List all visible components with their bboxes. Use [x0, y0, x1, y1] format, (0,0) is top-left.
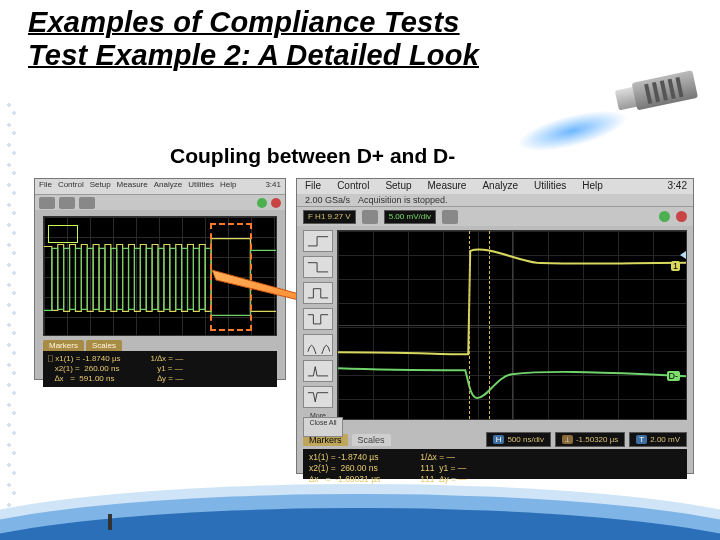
marker-x2[interactable]	[489, 231, 490, 419]
clock: 3:42	[668, 180, 687, 191]
menubar[interactable]: File Control Setup Measure Analyze Utili…	[35, 179, 285, 194]
channel-tag-dplus: 1	[671, 261, 680, 271]
palette-shape-icon[interactable]	[303, 386, 333, 408]
palette-shape-icon[interactable]	[303, 230, 333, 252]
cursor-indicator[interactable]: ⟂-1.50320 µs	[555, 432, 625, 447]
marker-x1[interactable]	[469, 231, 470, 419]
title-line-1: Examples of Compliance Tests	[28, 6, 688, 39]
toolbar-button[interactable]	[39, 197, 55, 209]
trigger-level-icon[interactable]	[680, 251, 686, 259]
close-all-button[interactable]: Close All	[303, 417, 343, 437]
slide-subtitle: Coupling between D+ and D-	[170, 144, 455, 168]
hdiv-indicator[interactable]: H500 ns/div	[486, 432, 551, 447]
waveform-plot-small[interactable]	[43, 216, 277, 336]
trigger-indicator[interactable]: T2.00 mV	[629, 432, 687, 447]
waveform-plot-large[interactable]: 1 D-	[337, 230, 687, 420]
slide-title: Examples of Compliance Tests Test Exampl…	[28, 6, 688, 72]
stop-led-icon	[676, 211, 687, 222]
info-box	[48, 225, 78, 243]
oscilloscope-zoomed: File Control Setup Measure Analyze Utili…	[296, 178, 694, 474]
menu-item[interactable]: Control	[58, 180, 84, 193]
readout-col-2: 1/∆x = — y1 = — ∆y = —	[151, 354, 184, 384]
palette-shape-icon[interactable]	[303, 334, 333, 356]
channel-tag-dminus: D-	[667, 371, 681, 381]
menu-item[interactable]: Utilities	[188, 180, 214, 193]
run-led-icon	[659, 211, 670, 222]
menu-item[interactable]: Setup	[385, 180, 411, 193]
menu-item[interactable]: Analyze	[482, 180, 518, 193]
marker-readout: ⎕ x1(1) = -1.8740 µs x2(1) = 260.00 ns ∆…	[43, 351, 277, 387]
slide: Examples of Compliance Tests Test Exampl…	[0, 0, 720, 540]
acquisition-status: Acquisition is stopped. 2.00 GSa/s	[297, 194, 693, 206]
toolbar-button[interactable]	[362, 210, 378, 224]
menubar[interactable]: File Control Setup Measure Analyze Utili…	[297, 179, 693, 194]
sample-rate: 2.00 GSa/s	[305, 195, 350, 205]
vdiv-field[interactable]: 5.00 mV/div	[384, 210, 436, 224]
toolbar-button[interactable]	[442, 210, 458, 224]
menu-item[interactable]: Setup	[90, 180, 111, 193]
toolbar	[35, 194, 285, 210]
menu-item[interactable]: Measure	[117, 180, 148, 193]
bottom-bar: Markers Scales H500 ns/div ⟂-1.50320 µs …	[303, 432, 687, 447]
palette-shape-icon[interactable]	[303, 282, 333, 304]
palette-shape-icon[interactable]	[303, 360, 333, 382]
channel-field[interactable]: F H1 9.27 V	[303, 210, 356, 224]
palette-shape-icon[interactable]	[303, 256, 333, 278]
menu-item[interactable]: Utilities	[534, 180, 566, 193]
menu-item[interactable]: Measure	[428, 180, 467, 193]
run-led-icon	[257, 198, 267, 208]
menu-item[interactable]: Help	[582, 180, 603, 193]
toolbar: F H1 9.27 V 5.00 mV/div	[297, 206, 693, 226]
title-line-2: Test Example 2: A Detailed Look	[28, 39, 688, 72]
menu-item[interactable]: File	[39, 180, 52, 193]
oscilloscope-thumbnail: File Control Setup Measure Analyze Utili…	[34, 178, 286, 380]
menu-item[interactable]: Analyze	[154, 180, 182, 193]
tab-scales[interactable]: Scales	[352, 434, 391, 446]
menu-item[interactable]: File	[305, 180, 321, 193]
waveform-svg	[338, 231, 686, 420]
decorative-dot-strip	[4, 100, 18, 520]
stop-led-icon	[271, 198, 281, 208]
footer-tick	[108, 514, 112, 530]
tab-markers[interactable]: Markers	[43, 340, 84, 351]
toolbar-button[interactable]	[79, 197, 95, 209]
menu-item[interactable]: Help	[220, 180, 236, 193]
zoom-selection-box[interactable]	[210, 223, 252, 331]
toolbar-button[interactable]	[59, 197, 75, 209]
menu-item[interactable]: Control	[337, 180, 369, 193]
palette-shape-icon[interactable]	[303, 308, 333, 330]
readout-col-1: ⎕ x1(1) = -1.8740 µs x2(1) = 260.00 ns ∆…	[48, 354, 121, 384]
tab-scales[interactable]: Scales	[86, 340, 122, 351]
tabs: Markers Scales	[43, 340, 277, 351]
waveform-palette: More (1 of 2)	[303, 230, 333, 428]
clock: 3:41	[265, 180, 281, 193]
